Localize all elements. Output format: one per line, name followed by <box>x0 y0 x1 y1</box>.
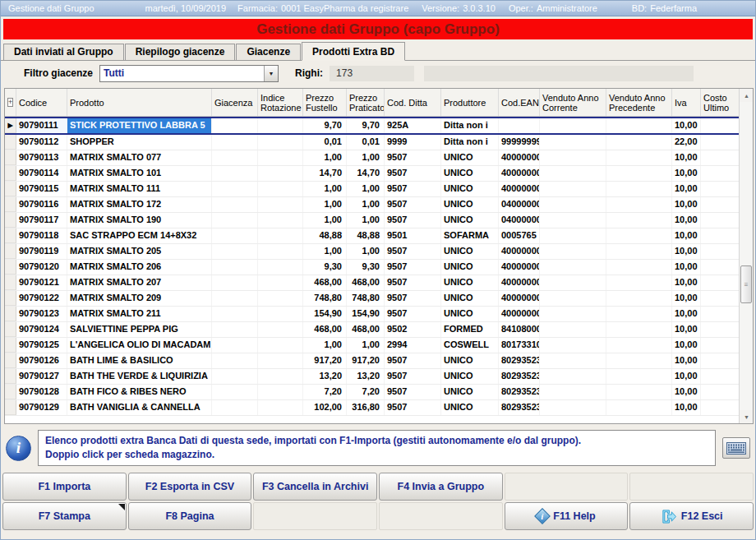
cell <box>258 166 303 181</box>
cell: 9,70 <box>347 118 385 133</box>
cell <box>701 322 740 337</box>
table-row[interactable]: 90790112SHOPPER0,010,019999Ditta non i99… <box>5 135 740 150</box>
cell: UNICO <box>441 182 499 196</box>
info-line-2: Doppio click per scheda magazzino. <box>45 448 708 462</box>
cell <box>258 260 303 275</box>
cell: SAC STRAPPO ECM 14+8X32 <box>67 228 212 243</box>
expand-plus-icon[interactable]: + <box>7 98 13 107</box>
column-header-iva[interactable]: Iva <box>672 89 701 116</box>
cell: 999999999 <box>499 135 540 150</box>
f2-esporta-in-csv-button[interactable]: F2 Esporta in CSV <box>128 473 252 501</box>
cell <box>606 182 672 196</box>
cell <box>499 118 540 133</box>
column-header-venduto-anno-precedente[interactable]: Venduto Anno Precedente <box>606 89 672 116</box>
cell <box>606 118 672 133</box>
f8-pagina-button[interactable]: F8 Pagina <box>128 502 252 530</box>
table-row[interactable]: 90790128BATH FICO & RIBES NERO7,207,2095… <box>5 385 740 400</box>
cell: 748,80 <box>303 291 347 306</box>
cell <box>258 369 303 384</box>
table-row[interactable]: 90790119MATRIX SMALTO 2051,001,009507UNI… <box>5 244 740 260</box>
column-header-prezzo-praticato[interactable]: Prezzo Praticato <box>347 89 385 116</box>
cell <box>540 353 606 368</box>
tab-riepilogo-giacenze[interactable]: Riepilogo giacenze <box>125 44 236 60</box>
cell: 90790113 <box>16 150 67 165</box>
f11-help-button[interactable]: iF11 Help <box>505 502 629 530</box>
table-row[interactable]: 90790114MATRIX SMALTO 10114,7014,709507U… <box>5 166 740 182</box>
cell <box>212 385 258 399</box>
cell <box>540 400 606 415</box>
filter-giacenze-select[interactable]: Tutti ▼ <box>99 65 279 82</box>
column-header-cod-ditta[interactable]: Cod. Ditta <box>385 89 441 116</box>
righi-count: 173 <box>330 66 414 81</box>
cell: 13,20 <box>303 369 347 384</box>
table-row[interactable]: 90790118SAC STRAPPO ECM 14+8X3248,8848,8… <box>5 228 740 244</box>
cell <box>701 353 740 368</box>
column-header-giacenza[interactable]: Giacenza <box>212 89 258 116</box>
chevron-down-icon[interactable]: ▼ <box>264 66 278 81</box>
column-header-produttore[interactable]: Produttore <box>441 89 499 116</box>
cell: 90790112 <box>16 135 67 150</box>
table-row[interactable]: 90790122MATRIX SMALTO 209748,80748,80950… <box>5 291 740 307</box>
column-header-venduto-anno-corrente[interactable]: Venduto Anno Corrente <box>540 89 606 116</box>
cell <box>212 369 258 384</box>
column-header-prodotto[interactable]: Prodotto <box>67 89 212 116</box>
f12-esci-button[interactable]: F12 Esci <box>629 502 754 530</box>
table-row[interactable]: 90790116MATRIX SMALTO 1721,001,009507UNI… <box>5 197 740 213</box>
vertical-scrollbar[interactable]: ▲ ≡ ▼ <box>739 89 753 423</box>
cell <box>540 213 606 228</box>
cell <box>212 260 258 275</box>
cell: 9507 <box>385 353 441 368</box>
cell <box>701 369 740 384</box>
f4-invia-a-gruppo-button[interactable]: F4 Invia a Gruppo <box>379 473 503 501</box>
cell <box>606 307 672 321</box>
cell: 9507 <box>385 291 441 306</box>
cell: 801733104 <box>499 338 540 353</box>
tab-dati-inviati-al-gruppo[interactable]: Dati inviati al Gruppo <box>3 44 124 60</box>
f3-cancella-in-archivi-button[interactable]: F3 Cancella in Archivi <box>253 473 377 501</box>
table-row[interactable]: 90790117MATRIX SMALTO 1901,001,009507UNI… <box>5 213 740 228</box>
cell: 9507 <box>385 244 441 259</box>
cell: 9507 <box>385 400 441 415</box>
expand-all-cell[interactable]: + <box>5 89 16 116</box>
cell <box>258 275 303 290</box>
cell <box>606 385 672 399</box>
column-header-indice-rotazione[interactable]: Indice Rotazione <box>258 89 303 116</box>
cell <box>606 244 672 259</box>
tab-prodotti-extra-bd[interactable]: Prodotti Extra BD <box>302 42 405 61</box>
keyboard-icon[interactable] <box>722 437 750 459</box>
column-header-costo-ultimo[interactable]: Costo Ultimo <box>701 89 740 116</box>
table-row[interactable]: 90790129BATH VANIGLIA & CANNELLA102,0031… <box>5 400 740 416</box>
exit-door-icon <box>661 509 676 524</box>
table-row[interactable]: 90790124SALVIETTINE PEPPA PIG468,00468,0… <box>5 322 740 338</box>
cell: BATH FICO & RIBES NERO <box>67 385 212 399</box>
titlebar-date: martedì, 10/09/2019 <box>145 3 226 13</box>
table-row[interactable]: 90790125L'ANGELICA OLIO DI MACADAM1,001,… <box>5 338 740 353</box>
cell <box>540 385 606 399</box>
column-header-prezzo-fustello[interactable]: Prezzo Fustello <box>303 89 347 116</box>
table-row[interactable]: 90790115MATRIX SMALTO 1111,001,009507UNI… <box>5 182 740 197</box>
table-row[interactable]: ▶90790111STICK PROTETTIVO LABBRA 59,709,… <box>5 117 740 135</box>
tab-giacenze[interactable]: Giacenze <box>236 44 301 60</box>
cell <box>701 260 740 275</box>
cell: 9507 <box>385 307 441 321</box>
table-row[interactable]: 90790121MATRIX SMALTO 207468,00468,00950… <box>5 275 740 291</box>
cell <box>258 197 303 212</box>
cell <box>212 322 258 337</box>
button-label: F11 Help <box>553 510 595 522</box>
f1-importa-button[interactable]: F1 Importa <box>2 473 127 501</box>
cell <box>606 260 672 275</box>
f7-stampa-button[interactable]: F7 Stampa <box>2 502 127 530</box>
cell <box>540 166 606 181</box>
table-row[interactable]: 90790113MATRIX SMALTO 0771,001,009507UNI… <box>5 150 740 166</box>
table-row[interactable]: 90790127BATH THE VERDE & LIQUIRIZIA13,20… <box>5 369 740 385</box>
table-row[interactable]: 90790123MATRIX SMALTO 211154,90154,90950… <box>5 307 740 322</box>
table-row[interactable]: 90790120MATRIX SMALTO 2069,309,309507UNI… <box>5 260 740 275</box>
cell: MATRIX SMALTO 077 <box>67 150 212 165</box>
table-row[interactable]: 90790126BATH LIME & BASILICO917,20917,20… <box>5 353 740 369</box>
scroll-up-icon[interactable]: ▲ <box>740 89 754 102</box>
column-header-cod-ean[interactable]: Cod.EAN <box>499 89 540 116</box>
cell <box>540 182 606 196</box>
scrollbar-thumb[interactable]: ≡ <box>740 265 752 303</box>
column-header-codice[interactable]: Codice <box>16 89 67 116</box>
scroll-down-icon[interactable]: ▼ <box>740 410 754 423</box>
